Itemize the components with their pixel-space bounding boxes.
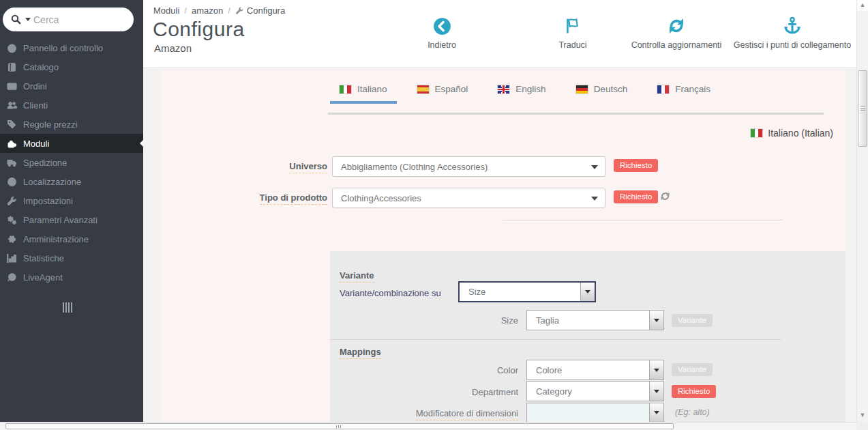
sidebar-item-label: Regole prezzi bbox=[23, 119, 78, 130]
puzzle-icon bbox=[7, 139, 17, 149]
wrench-icon bbox=[7, 196, 17, 206]
back-icon bbox=[433, 17, 451, 35]
sidebar-item-moduli[interactable]: Moduli bbox=[0, 134, 143, 153]
scroll-down-button[interactable]: ▼ bbox=[857, 410, 868, 421]
department-select[interactable]: Category bbox=[526, 381, 664, 401]
sidebar-item-statistiche[interactable]: Statistiche bbox=[0, 248, 143, 268]
tipo-prodotto-select[interactable]: ClothingAccessories bbox=[332, 188, 605, 208]
variant-badge: Variante bbox=[672, 314, 713, 327]
sidebar-item-impostazioni[interactable]: Impostazioni bbox=[0, 191, 143, 210]
sidebar-item-parametri-avanzati[interactable]: Parametri Avanzati bbox=[0, 210, 143, 229]
sidebar-item-label: Parametri Avanzati bbox=[23, 215, 98, 225]
tabs-divider bbox=[328, 113, 824, 115]
dropdown-arrow-icon bbox=[649, 360, 663, 379]
size-modifier-select[interactable] bbox=[526, 403, 664, 422]
horizontal-scrollbar-thumb[interactable] bbox=[5, 423, 674, 429]
truck-icon bbox=[7, 158, 17, 168]
breadcrumb: Moduli / amazon / Configura bbox=[153, 5, 285, 16]
vertical-scrollbar[interactable]: ▲ ▼ bbox=[856, 0, 868, 422]
breadcrumb-separator: / bbox=[184, 5, 187, 16]
tipo-prodotto-label: Tipo di prodotto bbox=[260, 192, 327, 203]
stats-icon bbox=[7, 253, 17, 263]
universo-select[interactable]: Abbigliamento (Clothing Accessories) bbox=[332, 156, 605, 177]
required-badge: Richiesto bbox=[672, 385, 716, 398]
manage-hooks-button[interactable]: Gestisci i punti di collegamento bbox=[728, 15, 857, 50]
reload-product-type-icon[interactable] bbox=[659, 190, 671, 202]
variante-combinazione-label: Variante/combinazione su bbox=[340, 288, 441, 298]
tab-italiano[interactable]: Italiano bbox=[330, 77, 397, 104]
breadcrumb-moduli[interactable]: Moduli bbox=[153, 5, 179, 16]
globe-icon bbox=[7, 177, 17, 187]
anchor-icon bbox=[783, 16, 802, 35]
variant-combination-value: Size bbox=[460, 287, 580, 297]
horizontal-scrollbar[interactable] bbox=[0, 422, 868, 430]
search-input[interactable] bbox=[33, 14, 125, 25]
translate-button[interactable]: Traduci bbox=[545, 15, 600, 50]
breadcrumb-amazon[interactable]: amazon bbox=[192, 5, 223, 16]
sidebar-item-regole-prezzi[interactable]: Regole prezzi bbox=[0, 115, 143, 134]
sidebar-item-label: Pannello di controllo bbox=[23, 43, 103, 53]
required-badge: Richiesto bbox=[614, 159, 658, 172]
color-label: Color bbox=[497, 365, 518, 375]
sidebar-item-spedizione[interactable]: Spedizione bbox=[0, 153, 143, 172]
flag-icon bbox=[563, 16, 582, 35]
universo-select-value: Abbigliamento (Clothing Accessories) bbox=[341, 162, 488, 172]
color-select[interactable]: Colore bbox=[526, 360, 664, 380]
price-tag-icon bbox=[7, 119, 17, 130]
tab-espanol[interactable]: Español bbox=[408, 77, 478, 104]
gear-icon bbox=[7, 234, 17, 244]
sidebar-item-catalogo[interactable]: Catalogo bbox=[0, 57, 143, 76]
back-button[interactable]: Indietro bbox=[415, 15, 469, 50]
germany-flag-icon bbox=[576, 85, 588, 94]
variant-combination-select[interactable]: Size bbox=[458, 281, 596, 302]
tab-english[interactable]: English bbox=[488, 77, 555, 104]
scroll-up-button[interactable]: ▲ bbox=[857, 0, 868, 11]
dropdown-arrow-icon bbox=[580, 283, 595, 301]
color-select-value: Colore bbox=[527, 365, 649, 375]
sidebar-item-label: Impostazioni bbox=[23, 196, 73, 206]
size-select[interactable]: Taglia bbox=[526, 310, 664, 330]
sidebar-collapse-handle[interactable] bbox=[63, 302, 72, 313]
translate-label: Traduci bbox=[545, 40, 600, 50]
size-select-value: Taglia bbox=[527, 315, 649, 326]
sidebar-item-label: Statistiche bbox=[23, 253, 64, 263]
customers-icon bbox=[7, 100, 17, 111]
page-title: Configura bbox=[153, 18, 245, 41]
sidebar-item-amministrazione[interactable]: Amministrazione bbox=[0, 229, 143, 248]
tab-deutsch[interactable]: Deutsch bbox=[567, 77, 638, 104]
sidebar-item-liveagent[interactable]: LiveAgent bbox=[0, 268, 143, 287]
refresh-icon bbox=[667, 16, 686, 35]
size-modifier-label: Modificatore di dimensioni bbox=[416, 408, 518, 418]
department-label: Department bbox=[472, 387, 518, 397]
search-box[interactable] bbox=[3, 8, 134, 31]
sidebar-item-localizzazione[interactable]: Localizzazione bbox=[0, 172, 143, 191]
tab-label: Español bbox=[435, 84, 468, 94]
section-divider bbox=[330, 339, 781, 340]
variant-badge: Variante bbox=[672, 363, 713, 376]
search-icon bbox=[11, 14, 21, 25]
search-scope-caret-icon[interactable] bbox=[25, 18, 31, 21]
vertical-scrollbar-thumb[interactable] bbox=[858, 70, 867, 147]
breadcrumb-separator: / bbox=[228, 5, 230, 16]
dropdown-arrow-icon bbox=[649, 382, 663, 401]
department-select-value: Category bbox=[527, 386, 649, 397]
universo-label: Universo bbox=[289, 161, 327, 171]
sidebar-item-pannello-di-controllo[interactable]: Pannello di controllo bbox=[0, 38, 143, 57]
tab-label: English bbox=[515, 84, 545, 94]
check-updates-button[interactable]: Controlla aggiornamenti bbox=[622, 15, 731, 50]
form-divider bbox=[503, 220, 782, 220]
module-config-panel: Italiano Español English Deutsch Françai… bbox=[162, 69, 845, 422]
sidebar-item-label: Moduli bbox=[23, 139, 49, 149]
tab-francais[interactable]: Français bbox=[648, 77, 720, 104]
check-updates-label: Controlla aggiornamenti bbox=[622, 40, 731, 50]
italy-flag-icon bbox=[751, 129, 762, 137]
cogs-icon bbox=[7, 215, 17, 225]
language-indicator: Italiano (Italian) bbox=[751, 128, 833, 139]
tab-label: Italiano bbox=[357, 84, 387, 94]
sidebar-item-ordini[interactable]: Ordini bbox=[0, 76, 143, 96]
size-label: Size bbox=[501, 315, 518, 326]
tipo-prodotto-select-value: ClothingAccessories bbox=[341, 193, 421, 203]
chevron-down-icon bbox=[591, 197, 598, 201]
sidebar-item-clienti[interactable]: Clienti bbox=[0, 96, 143, 115]
dropdown-arrow-icon bbox=[649, 311, 663, 330]
